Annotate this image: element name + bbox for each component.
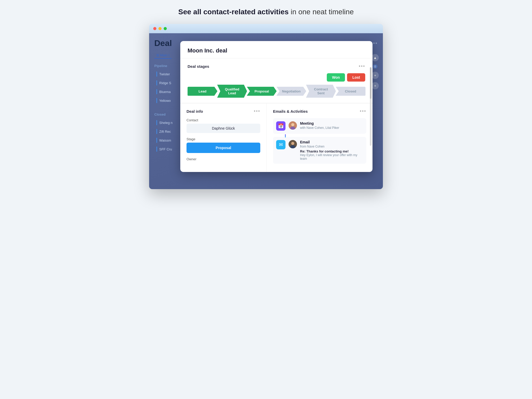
modal-overlay: Moon Inc. deal Deal stages ••• Won Lost … (180, 41, 373, 172)
modal-header: Moon Inc. deal (180, 41, 373, 58)
deal-info-header: Deal info ••• (187, 109, 260, 114)
stage-proposal[interactable]: Proposal (247, 87, 277, 96)
emails-activities-column: Emails & Activities ••• 📅 (267, 103, 373, 172)
svg-point-4 (291, 142, 294, 145)
deal-info-more-icon[interactable]: ••• (254, 109, 260, 114)
badge-count: 0 (373, 64, 377, 69)
add-icon[interactable]: + (371, 72, 379, 79)
stage-label: Stage (187, 137, 260, 141)
deal-stages-more-icon[interactable]: ••• (359, 64, 365, 69)
pipeline-item-bar (156, 98, 157, 103)
meeting-icon: 📅 (278, 123, 284, 129)
traffic-light-green[interactable] (164, 27, 167, 30)
contact-value[interactable]: Daphne Glück (187, 124, 260, 133)
headline-regular: in one neat timeline (289, 8, 354, 16)
svg-point-1 (291, 123, 294, 126)
closed-item-bar (156, 120, 157, 125)
modal-scrollbar[interactable] (370, 67, 371, 146)
closed-item-bar (156, 138, 157, 143)
emails-activities-title: Emails & Activities (273, 109, 308, 114)
pipeline-item-bar (156, 71, 157, 77)
closed-item-bar (156, 129, 157, 134)
email-icon-wrap: ✉ (276, 140, 285, 149)
email-avatar (289, 140, 297, 148)
deal-info-title: Deal info (187, 109, 203, 114)
pipeline-item-bar (156, 80, 157, 85)
modal-body: Deal stages ••• Won Lost Lead Qualified … (180, 58, 373, 172)
meeting-icon-wrap: 📅 (276, 121, 285, 131)
deal-stages-header: Deal stages ••• (188, 64, 365, 69)
closed-item-text: SFF Cru (159, 147, 172, 151)
deal-stages-title: Deal stages (188, 64, 209, 69)
page-headline: See all contact-related activities in on… (178, 8, 354, 16)
chevron-up-icon[interactable]: ▲ (371, 54, 379, 61)
pipeline-item-text: Ridge S (159, 81, 171, 85)
activity-meeting: 📅 (273, 118, 366, 134)
pipeline-item-text: Twister (159, 72, 170, 76)
modal-title: Moon Inc. deal (188, 47, 365, 54)
pipeline-item-text: Bluema (159, 90, 171, 94)
closed-item-bar (156, 147, 157, 152)
email-icon: ✉ (279, 142, 283, 148)
timeline-line (285, 134, 286, 137)
stage-qualified-lead[interactable]: Qualified Lead (217, 85, 247, 98)
emails-activities-more-icon[interactable]: ••• (360, 109, 366, 114)
pipeline-stages: Lead Qualified Lead Proposal Negotiation… (188, 85, 365, 98)
pipeline-item-bar (156, 89, 157, 94)
won-button[interactable]: Won (327, 73, 345, 82)
app-background: Deal ••• ⊞ Main t Pipeline Twister Ridge… (149, 33, 383, 189)
email-from: from Nave Cohen (300, 145, 363, 148)
activity-email: ✉ Email (273, 137, 366, 164)
owner-label: Owner (187, 157, 260, 161)
nav-item-main[interactable]: ⊞ Main t (154, 52, 171, 59)
stage-lead[interactable]: Lead (188, 87, 217, 96)
meeting-title: Meeting (300, 121, 363, 125)
pipeline-item-text: Yellowo (159, 99, 171, 103)
traffic-light-yellow[interactable] (158, 27, 162, 30)
headline-bold: See all contact-related activities (178, 8, 289, 16)
email-content: Email from Nave Cohen Re: Thanks for con… (300, 140, 363, 161)
emails-activities-header: Emails & Activities ••• (273, 109, 366, 114)
email-subject: Re: Thanks for contacting me! (300, 149, 363, 153)
add-bottom-icon[interactable]: + (371, 82, 379, 89)
stage-closed[interactable]: Closed (336, 87, 365, 96)
closed-item-text: Waissm (159, 138, 171, 142)
meeting-subtitle: with Nave Cohen, Lital Piker (300, 126, 363, 130)
stage-value-button[interactable]: Proposal (187, 143, 260, 153)
traffic-light-red[interactable] (153, 27, 156, 30)
right-controls: ▲ 0 + + (371, 54, 379, 89)
deal-info-column: Deal info ••• Contact Daphne Glück Stage… (180, 103, 267, 172)
stage-contract-sent[interactable]: Contract Sent (306, 85, 336, 98)
app-title: Deal (154, 38, 172, 48)
browser-titlebar (149, 24, 383, 33)
email-body: Hey Eylon, I will review your offer with… (300, 153, 363, 161)
lost-button[interactable]: Lost (347, 73, 365, 82)
browser-window: Deal ••• ⊞ Main t Pipeline Twister Ridge… (149, 24, 383, 189)
deal-stages-section: Deal stages ••• Won Lost Lead Qualified … (180, 58, 373, 103)
stage-negotiation[interactable]: Negotiation (276, 87, 306, 96)
closed-item-text: Sheleg n (159, 121, 172, 125)
won-lost-row: Won Lost (188, 73, 365, 82)
two-column-area: Deal info ••• Contact Daphne Glück Stage… (180, 103, 373, 172)
modal-scrollbar-thumb (370, 67, 371, 99)
contact-label: Contact (187, 118, 260, 122)
closed-item-text: Zift Rec (159, 130, 171, 134)
meeting-avatar (289, 121, 297, 130)
email-title: Email (300, 140, 363, 144)
meeting-content: Meeting with Nave Cohen, Lital Piker (300, 121, 363, 130)
